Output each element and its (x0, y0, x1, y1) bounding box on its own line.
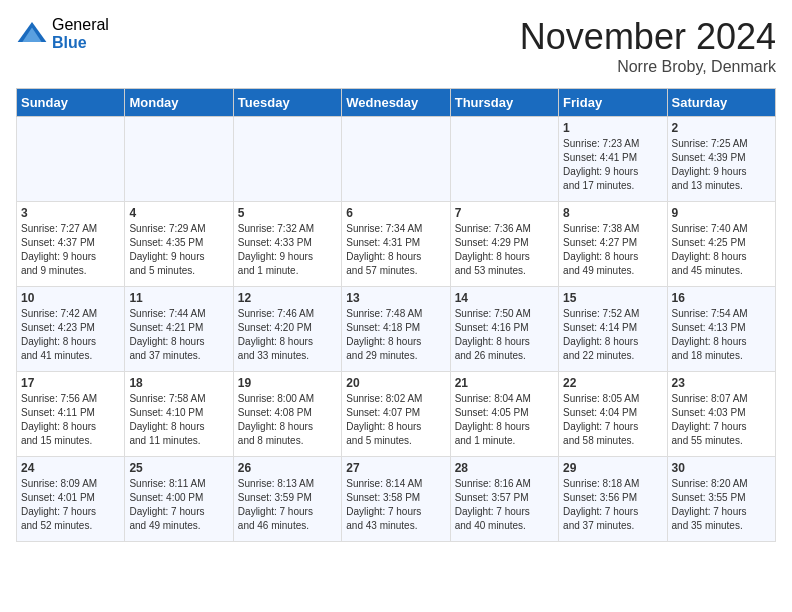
weekday-header: Wednesday (342, 89, 450, 117)
calendar-cell: 24Sunrise: 8:09 AM Sunset: 4:01 PM Dayli… (17, 457, 125, 542)
day-info: Sunrise: 8:02 AM Sunset: 4:07 PM Dayligh… (346, 392, 445, 448)
day-info: Sunrise: 7:54 AM Sunset: 4:13 PM Dayligh… (672, 307, 771, 363)
calendar-week-row: 10Sunrise: 7:42 AM Sunset: 4:23 PM Dayli… (17, 287, 776, 372)
calendar-cell: 2Sunrise: 7:25 AM Sunset: 4:39 PM Daylig… (667, 117, 775, 202)
day-number: 30 (672, 461, 771, 475)
calendar-cell: 10Sunrise: 7:42 AM Sunset: 4:23 PM Dayli… (17, 287, 125, 372)
day-info: Sunrise: 7:52 AM Sunset: 4:14 PM Dayligh… (563, 307, 662, 363)
logo-text: General Blue (52, 16, 109, 51)
day-info: Sunrise: 8:00 AM Sunset: 4:08 PM Dayligh… (238, 392, 337, 448)
day-number: 17 (21, 376, 120, 390)
calendar-cell: 19Sunrise: 8:00 AM Sunset: 4:08 PM Dayli… (233, 372, 341, 457)
day-number: 26 (238, 461, 337, 475)
day-number: 27 (346, 461, 445, 475)
day-info: Sunrise: 7:32 AM Sunset: 4:33 PM Dayligh… (238, 222, 337, 278)
day-number: 8 (563, 206, 662, 220)
logo-icon (16, 18, 48, 50)
day-info: Sunrise: 7:34 AM Sunset: 4:31 PM Dayligh… (346, 222, 445, 278)
day-info: Sunrise: 7:46 AM Sunset: 4:20 PM Dayligh… (238, 307, 337, 363)
day-number: 5 (238, 206, 337, 220)
day-number: 12 (238, 291, 337, 305)
day-info: Sunrise: 7:42 AM Sunset: 4:23 PM Dayligh… (21, 307, 120, 363)
day-number: 16 (672, 291, 771, 305)
calendar-cell: 30Sunrise: 8:20 AM Sunset: 3:55 PM Dayli… (667, 457, 775, 542)
day-number: 22 (563, 376, 662, 390)
calendar-cell: 18Sunrise: 7:58 AM Sunset: 4:10 PM Dayli… (125, 372, 233, 457)
weekday-header: Sunday (17, 89, 125, 117)
day-info: Sunrise: 8:14 AM Sunset: 3:58 PM Dayligh… (346, 477, 445, 533)
day-info: Sunrise: 7:44 AM Sunset: 4:21 PM Dayligh… (129, 307, 228, 363)
day-number: 7 (455, 206, 554, 220)
title-section: November 2024 Norre Broby, Denmark (520, 16, 776, 76)
calendar-cell (450, 117, 558, 202)
calendar-week-row: 1Sunrise: 7:23 AM Sunset: 4:41 PM Daylig… (17, 117, 776, 202)
calendar-cell: 28Sunrise: 8:16 AM Sunset: 3:57 PM Dayli… (450, 457, 558, 542)
day-number: 10 (21, 291, 120, 305)
day-info: Sunrise: 7:40 AM Sunset: 4:25 PM Dayligh… (672, 222, 771, 278)
day-number: 11 (129, 291, 228, 305)
day-info: Sunrise: 7:56 AM Sunset: 4:11 PM Dayligh… (21, 392, 120, 448)
day-info: Sunrise: 7:50 AM Sunset: 4:16 PM Dayligh… (455, 307, 554, 363)
calendar-cell: 7Sunrise: 7:36 AM Sunset: 4:29 PM Daylig… (450, 202, 558, 287)
weekday-header: Monday (125, 89, 233, 117)
calendar-cell: 3Sunrise: 7:27 AM Sunset: 4:37 PM Daylig… (17, 202, 125, 287)
calendar-cell: 1Sunrise: 7:23 AM Sunset: 4:41 PM Daylig… (559, 117, 667, 202)
calendar-cell: 8Sunrise: 7:38 AM Sunset: 4:27 PM Daylig… (559, 202, 667, 287)
calendar-cell (125, 117, 233, 202)
calendar-cell: 27Sunrise: 8:14 AM Sunset: 3:58 PM Dayli… (342, 457, 450, 542)
calendar-cell (342, 117, 450, 202)
day-number: 6 (346, 206, 445, 220)
day-info: Sunrise: 8:20 AM Sunset: 3:55 PM Dayligh… (672, 477, 771, 533)
day-info: Sunrise: 7:25 AM Sunset: 4:39 PM Dayligh… (672, 137, 771, 193)
calendar-cell: 25Sunrise: 8:11 AM Sunset: 4:00 PM Dayli… (125, 457, 233, 542)
calendar-cell: 23Sunrise: 8:07 AM Sunset: 4:03 PM Dayli… (667, 372, 775, 457)
day-info: Sunrise: 7:58 AM Sunset: 4:10 PM Dayligh… (129, 392, 228, 448)
weekday-header: Thursday (450, 89, 558, 117)
calendar-cell (17, 117, 125, 202)
day-number: 21 (455, 376, 554, 390)
day-number: 15 (563, 291, 662, 305)
day-info: Sunrise: 7:29 AM Sunset: 4:35 PM Dayligh… (129, 222, 228, 278)
day-info: Sunrise: 8:09 AM Sunset: 4:01 PM Dayligh… (21, 477, 120, 533)
day-number: 2 (672, 121, 771, 135)
location: Norre Broby, Denmark (520, 58, 776, 76)
weekday-header: Tuesday (233, 89, 341, 117)
header-section: General Blue November 2024 Norre Broby, … (16, 16, 776, 76)
day-number: 4 (129, 206, 228, 220)
calendar-cell: 9Sunrise: 7:40 AM Sunset: 4:25 PM Daylig… (667, 202, 775, 287)
calendar-cell: 16Sunrise: 7:54 AM Sunset: 4:13 PM Dayli… (667, 287, 775, 372)
calendar-cell: 12Sunrise: 7:46 AM Sunset: 4:20 PM Dayli… (233, 287, 341, 372)
day-info: Sunrise: 8:07 AM Sunset: 4:03 PM Dayligh… (672, 392, 771, 448)
day-number: 1 (563, 121, 662, 135)
calendar-cell: 17Sunrise: 7:56 AM Sunset: 4:11 PM Dayli… (17, 372, 125, 457)
day-number: 24 (21, 461, 120, 475)
day-info: Sunrise: 8:18 AM Sunset: 3:56 PM Dayligh… (563, 477, 662, 533)
day-number: 20 (346, 376, 445, 390)
day-number: 18 (129, 376, 228, 390)
calendar-cell: 22Sunrise: 8:05 AM Sunset: 4:04 PM Dayli… (559, 372, 667, 457)
day-info: Sunrise: 8:04 AM Sunset: 4:05 PM Dayligh… (455, 392, 554, 448)
calendar-cell: 14Sunrise: 7:50 AM Sunset: 4:16 PM Dayli… (450, 287, 558, 372)
day-info: Sunrise: 8:16 AM Sunset: 3:57 PM Dayligh… (455, 477, 554, 533)
day-info: Sunrise: 7:23 AM Sunset: 4:41 PM Dayligh… (563, 137, 662, 193)
calendar-cell: 15Sunrise: 7:52 AM Sunset: 4:14 PM Dayli… (559, 287, 667, 372)
day-number: 13 (346, 291, 445, 305)
calendar-cell (233, 117, 341, 202)
day-info: Sunrise: 7:48 AM Sunset: 4:18 PM Dayligh… (346, 307, 445, 363)
day-info: Sunrise: 7:36 AM Sunset: 4:29 PM Dayligh… (455, 222, 554, 278)
calendar-week-row: 3Sunrise: 7:27 AM Sunset: 4:37 PM Daylig… (17, 202, 776, 287)
calendar-cell: 21Sunrise: 8:04 AM Sunset: 4:05 PM Dayli… (450, 372, 558, 457)
day-info: Sunrise: 8:13 AM Sunset: 3:59 PM Dayligh… (238, 477, 337, 533)
day-number: 3 (21, 206, 120, 220)
day-info: Sunrise: 7:27 AM Sunset: 4:37 PM Dayligh… (21, 222, 120, 278)
weekday-header: Saturday (667, 89, 775, 117)
calendar-cell: 20Sunrise: 8:02 AM Sunset: 4:07 PM Dayli… (342, 372, 450, 457)
logo: General Blue (16, 16, 109, 51)
logo-general: General (52, 16, 109, 34)
day-number: 23 (672, 376, 771, 390)
logo-blue: Blue (52, 34, 109, 52)
calendar-week-row: 24Sunrise: 8:09 AM Sunset: 4:01 PM Dayli… (17, 457, 776, 542)
month-title: November 2024 (520, 16, 776, 58)
calendar-cell: 11Sunrise: 7:44 AM Sunset: 4:21 PM Dayli… (125, 287, 233, 372)
day-info: Sunrise: 8:05 AM Sunset: 4:04 PM Dayligh… (563, 392, 662, 448)
